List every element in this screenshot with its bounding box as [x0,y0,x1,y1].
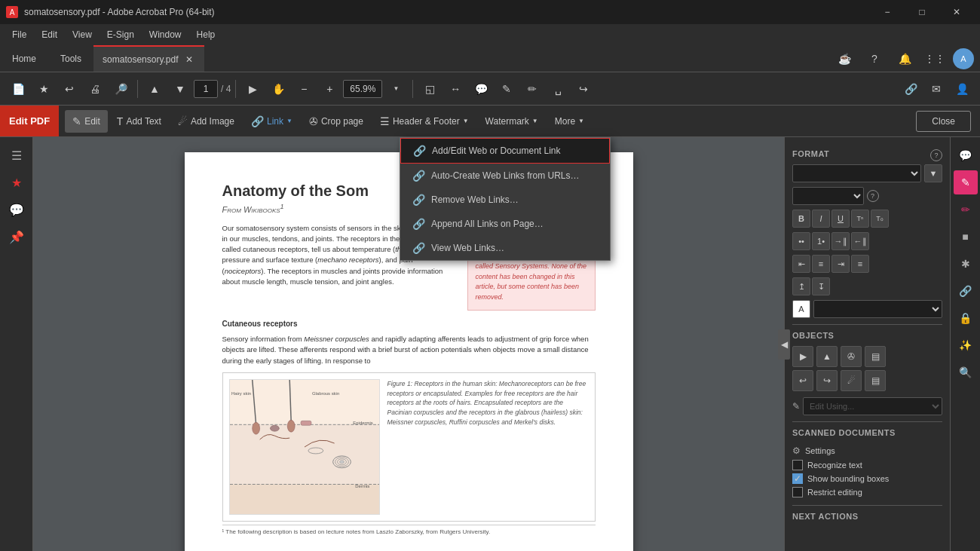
fit-page-button[interactable]: ◱ [418,77,442,101]
watermark-button[interactable]: Watermark ▼ [478,110,546,133]
help-icon[interactable]: ? [862,47,887,71]
italic-button[interactable]: I [812,210,830,228]
prev-page-button[interactable]: ▲ [142,77,167,101]
cursor-tool[interactable]: ▶ [240,77,265,101]
far-protect-icon[interactable]: 🔒 [954,306,978,330]
far-share-icon[interactable]: 🔗 [954,279,978,303]
next-page-button[interactable]: ▼ [168,77,192,101]
pen-button[interactable]: ✎ [495,77,519,101]
header-footer-button[interactable]: ☰ Header & Footer ▼ [372,110,476,133]
far-edit-icon[interactable]: ✎ [954,170,978,194]
obj-group-button[interactable]: ▤ [865,370,886,391]
subscript-button[interactable]: T₀ [871,210,889,228]
menu-window[interactable]: Window [143,27,188,42]
far-enhance-icon[interactable]: ✨ [954,333,978,357]
email-button[interactable]: ✉ [924,77,948,101]
dropdown-item-auto-create[interactable]: 🔗 Auto-Create Web Links from URLs… [400,164,610,188]
justify-button[interactable]: ≡ [851,255,869,273]
tab-close-button[interactable]: ✕ [183,54,195,66]
zoom-out-button[interactable]: − [292,77,316,101]
sidebar-attachment[interactable]: 📌 [5,225,29,249]
zoom-input[interactable] [343,80,382,98]
align-left-button[interactable]: ⇤ [792,255,810,273]
profile-icon[interactable]: A [953,48,974,69]
font-color-button[interactable]: A [792,300,810,318]
align-center-button[interactable]: ≡ [812,255,830,273]
link-button[interactable]: 🔗 Link ▼ [243,110,300,133]
sidebar-comment[interactable]: 💬 [5,197,29,222]
zoom-in-button[interactable]: + [317,77,341,101]
far-measure-icon[interactable]: ■ [954,225,978,249]
cloud-icon[interactable]: ☕ [832,47,856,71]
dropdown-item-view-links[interactable]: 🔗 View Web Links… [400,236,610,260]
maximize-button[interactable]: □ [905,0,939,24]
page-input[interactable] [194,80,218,98]
font-size-select[interactable] [792,187,864,205]
menu-help[interactable]: Help [191,27,222,42]
line-spacing-decrease[interactable]: ↥ [792,277,810,295]
menu-view[interactable]: View [66,27,98,42]
number-list-button[interactable]: 1• [812,232,830,250]
font-size-2-select[interactable] [813,300,942,318]
crop-page-button[interactable]: ✇ Crop page [302,110,371,133]
obj-image-button[interactable]: ☄ [841,370,862,391]
line-spacing-increase[interactable]: ↧ [812,277,830,295]
zoom-out-magnify[interactable]: 🔎 [109,77,133,101]
eraser-button[interactable]: ␣ [546,77,570,101]
undo-button[interactable]: ↩ [57,77,81,101]
add-image-button[interactable]: ☄ Add Image [170,110,242,133]
edit-tool-button[interactable]: ✎ Edit [65,110,108,133]
tab-active-file[interactable]: somatosensory.pdf ✕ [93,45,204,72]
minimize-button[interactable]: − [870,0,905,24]
close-edit-button[interactable]: Close [916,111,971,132]
apps-icon[interactable]: ⋮⋮ [923,47,947,71]
obj-undo-button[interactable]: ↩ [792,370,813,391]
recognize-text-checkbox[interactable] [792,460,803,470]
obj-merge-button[interactable]: ▤ [865,346,886,367]
far-draw-icon[interactable]: ✏ [954,197,978,222]
menu-file[interactable]: File [6,27,32,42]
more-button[interactable]: More ▼ [547,110,592,133]
hand-tool[interactable]: ✋ [266,77,290,101]
indent-button[interactable]: →∥ [831,232,850,250]
tab-tools[interactable]: Tools [48,45,93,72]
font-expand-button[interactable]: ▼ [924,164,942,182]
align-right-button[interactable]: ⇥ [831,255,850,273]
dropdown-item-remove-links[interactable]: 🔗 Remove Web Links… [400,188,610,212]
far-comment-icon[interactable]: 💬 [954,143,978,167]
collapse-panel-button[interactable]: ◀ [778,329,790,360]
user-button[interactable]: 👤 [950,77,974,101]
share-button[interactable]: 🔗 [899,77,923,101]
auto-size-help[interactable]: ? [867,190,879,202]
print-button[interactable]: 🖨 [83,77,107,101]
draw-button[interactable]: ✏ [520,77,544,101]
fit-width-button[interactable]: ↔ [443,77,467,101]
menu-esign[interactable]: E-Sign [101,27,140,42]
add-text-button[interactable]: T Add Text [109,110,169,133]
obj-redo-button[interactable]: ↪ [816,370,838,391]
sidebar-page-thumbnail[interactable]: ☰ [5,143,29,167]
obj-crop-button[interactable]: ✇ [841,346,862,367]
tab-home[interactable]: Home [0,45,48,72]
font-family-select[interactable] [792,164,921,182]
redo-button[interactable]: ↪ [571,77,596,101]
far-stamp-icon[interactable]: ✱ [954,252,978,276]
menu-edit[interactable]: Edit [35,27,63,42]
dropdown-item-add-edit-link[interactable]: 🔗 Add/Edit Web or Document Link [400,138,610,164]
superscript-button[interactable]: Tⁿ [851,210,869,228]
edit-using-select[interactable]: Edit Using... [803,397,942,415]
format-help-icon[interactable]: ? [930,149,942,161]
notification-icon[interactable]: 🔔 [893,47,917,71]
zoom-dropdown[interactable]: ▼ [384,77,408,101]
bullet-list-button[interactable]: •• [792,232,810,250]
restrict-editing-checkbox[interactable] [792,487,803,497]
bookmark-button[interactable]: ★ [32,77,56,101]
window-controls[interactable]: − □ ✕ [870,0,974,24]
far-search-icon[interactable]: 🔍 [954,360,978,384]
obj-triangle-button[interactable]: ▲ [816,346,838,367]
show-bounding-boxes-checkbox[interactable]: ✓ [792,473,803,484]
close-window-button[interactable]: ✕ [939,0,974,24]
obj-arrange-button[interactable]: ▶ [792,346,813,367]
bold-button[interactable]: B [792,210,810,228]
dropdown-item-append-links[interactable]: 🔗 Append All Links on Page… [400,212,610,236]
